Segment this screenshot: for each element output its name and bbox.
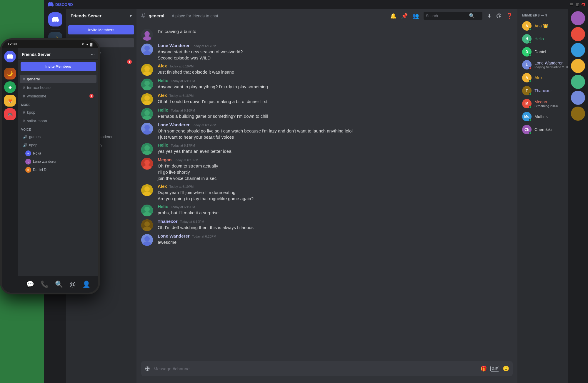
message-timestamp: Today at 6:19PM (169, 185, 194, 188)
close-button[interactable]: × (582, 3, 585, 6)
phone-overlay: 12:30 ▼ ▲ ▓ 🌙 ◆ 🦊 (0, 38, 100, 294)
message-author: Lone Wanderer (158, 43, 190, 48)
chat-header-actions: 🔔 📌 👥 🔍 ⬇ @ ❓ (390, 12, 513, 20)
phone-channel-item-wholesome[interactable]: # wholesome 1 (20, 92, 96, 100)
table-row: Helio Today at 6:15PM Anyone want to pla… (136, 77, 517, 91)
phone-channel-item-sailor-moon[interactable]: # sailor-moon (20, 117, 96, 125)
phone-server-icon-3[interactable]: 🦊 (4, 95, 16, 107)
phone-channel-item-terrace[interactable]: # terrace-house (20, 83, 96, 92)
minimize-button[interactable]: ─ (570, 3, 573, 6)
status-dot (529, 132, 532, 135)
phone-frame: 12:30 ▼ ▲ ▓ 🌙 ◆ 🦊 (0, 38, 100, 294)
message-header: Thanexor Today at 6:19PM (158, 219, 513, 224)
message-author: Helio (158, 142, 169, 147)
search-input[interactable] (426, 14, 467, 18)
phone-calls-icon[interactable]: 📞 (41, 281, 49, 288)
phone-channel-list: # general # terrace-house # wholesome 1 … (18, 73, 98, 276)
phone-dm-icon[interactable] (4, 51, 16, 62)
at-icon[interactable]: @ (496, 13, 502, 19)
help-icon[interactable]: ❓ (506, 13, 513, 19)
phone-channel-item-kpop[interactable]: # kpop (20, 108, 96, 116)
avatar: Mu (522, 112, 532, 121)
table-row: Alex Today at 6:16PM Ohhh I could be dow… (136, 92, 517, 106)
phone-category-voice: VOICE (18, 125, 98, 132)
message-text: Ohh someone should go live so I can watc… (158, 128, 513, 134)
phone-channel-item-general[interactable]: # general (20, 75, 96, 83)
svg-point-31 (144, 207, 150, 212)
avatar: Ch (522, 125, 532, 134)
message-header: Alex Today at 6:16PM (158, 93, 513, 98)
message-content: Lone Wanderer Today at 6:17PM Ohh someon… (158, 122, 513, 140)
maximize-button[interactable]: □ (576, 3, 579, 6)
title-bar-brand: DISCORD (48, 1, 73, 7)
phone-server-divider (6, 65, 14, 65)
message-author: Helio (158, 204, 169, 209)
avatar (141, 143, 153, 155)
phone-body: 🌙 ◆ 🦊 🎮 Friends Server ··· Invite Mem (2, 48, 98, 293)
message-header: Alex Today at 6:16PM (158, 63, 513, 68)
message-text: Oh I'm down to stream actually (158, 163, 513, 169)
phone-speaker-icon-2: 🔊 (23, 143, 27, 147)
phone-at-icon[interactable]: @ (69, 281, 76, 288)
message-author: Alex (158, 93, 167, 98)
phone-server-header: Friends Server ··· (18, 48, 98, 60)
status-dot (529, 54, 532, 57)
phone-hash-icon-5: # (23, 118, 25, 123)
avatar (141, 205, 153, 216)
message-timestamp: Today at 6:19PM (171, 205, 195, 209)
avatar: H (522, 34, 532, 44)
title-bar-controls: ─ □ × (570, 3, 585, 6)
message-header: Lone Wanderer Today at 6:17PM (158, 43, 513, 48)
status-dot (529, 119, 532, 122)
avatar (141, 184, 153, 196)
phone-hash-icon-2: # (23, 85, 25, 90)
avatar (141, 234, 153, 246)
invite-members-button[interactable]: Invite Members (68, 25, 134, 34)
search-box[interactable]: 🔍 (424, 12, 482, 20)
message-author: Alex (158, 63, 167, 68)
gift-icon[interactable]: 🎁 (480, 365, 487, 372)
table-row: Alex Today at 6:16PM Just finished that … (136, 63, 517, 76)
pin-icon[interactable]: 📌 (401, 13, 408, 19)
phone-voice-user-roka[interactable]: R Roka (18, 149, 98, 157)
phone-channel-area: Friends Server ··· Invite Members # gene… (18, 48, 98, 293)
dm-icon[interactable] (48, 12, 62, 26)
download-icon[interactable]: ⬇ (487, 13, 492, 19)
phone-voice-user-lone[interactable]: L Lone wanderer (18, 157, 98, 166)
phone-menu-icon[interactable]: ··· (91, 52, 95, 57)
gif-icon[interactable]: GIF (490, 366, 499, 372)
phone-server-icon-2[interactable]: ◆ (4, 81, 16, 93)
message-content: Alex Today at 6:16PM Just finished that … (158, 63, 513, 75)
phone-invite-button[interactable]: Invite Members (21, 62, 96, 71)
right-avatar-7 (571, 107, 585, 121)
message-text: awesome (158, 239, 513, 245)
phone-voice-channel-kpop[interactable]: 🔊 kpop (20, 141, 96, 149)
discord-app: DISCORD ─ □ × 🌙 ◆ 🦊 + (45, 0, 588, 383)
phone-server-icon-1[interactable]: 🌙 (4, 68, 16, 79)
phone-chat-icon[interactable]: 💬 (26, 281, 34, 288)
message-header: Helio Today at 6:15PM (158, 78, 513, 83)
server-header[interactable]: Friends Server ▾ (66, 9, 136, 23)
message-author: Helio (158, 107, 169, 112)
title-bar: DISCORD ─ □ × (45, 0, 588, 9)
right-avatar-3 (571, 43, 585, 57)
status-dot (529, 80, 532, 83)
chat-header: # general A place for friends to chat 🔔 … (136, 9, 517, 23)
message-text: Dope yeah I'll join when I'm done eating (158, 189, 513, 195)
phone-profile-icon[interactable]: 👤 (82, 281, 90, 288)
members-icon[interactable]: 👥 (412, 13, 419, 19)
right-avatar-4 (571, 59, 585, 73)
message-input[interactable] (154, 363, 477, 375)
phone-server-icon-4[interactable]: 🎮 (4, 108, 16, 120)
svg-point-19 (144, 125, 150, 130)
notification-bell-icon[interactable]: 🔔 (390, 13, 397, 19)
phone-server-name: Friends Server (22, 52, 51, 57)
phone-voice-channel-games[interactable]: 🔊 games (20, 133, 96, 141)
channel-header-name: general (149, 13, 164, 18)
emoji-icon[interactable]: 🙂 (503, 365, 509, 372)
avatar: D (522, 47, 532, 57)
phone-search-icon[interactable]: 🔍 (55, 281, 63, 288)
phone-voice-user-daniel[interactable]: D Daniel D (18, 166, 98, 174)
add-attachment-button[interactable]: ⊕ (145, 361, 150, 376)
avatar (141, 219, 153, 231)
